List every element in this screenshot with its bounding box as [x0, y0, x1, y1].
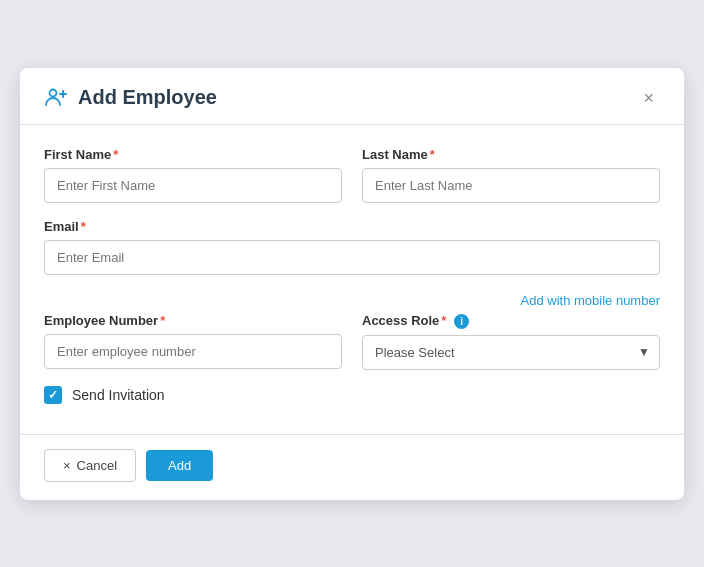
access-role-select[interactable]: Please Select Admin Manager Employee Vie… — [362, 335, 660, 370]
access-role-info-icon[interactable]: i — [454, 314, 469, 329]
employee-number-input[interactable] — [44, 334, 342, 369]
dialog-header: Add Employee × — [20, 68, 684, 125]
dialog-footer: × Cancel Add — [20, 434, 684, 500]
access-role-required: * — [441, 313, 446, 328]
close-button[interactable]: × — [637, 87, 660, 109]
email-input[interactable] — [44, 240, 660, 275]
employee-number-label: Employee Number* — [44, 313, 342, 328]
first-name-label: First Name* — [44, 147, 342, 162]
email-group: Email* — [44, 219, 660, 275]
name-row: First Name* Last Name* — [44, 147, 660, 203]
send-invitation-checkbox[interactable] — [44, 386, 62, 404]
employee-number-required: * — [160, 313, 165, 328]
last-name-label: Last Name* — [362, 147, 660, 162]
svg-point-0 — [50, 89, 57, 96]
dialog-title: Add Employee — [78, 86, 217, 109]
email-required: * — [81, 219, 86, 234]
cancel-label: Cancel — [77, 458, 117, 473]
access-role-group: Access Role* i Please Select Admin Manag… — [362, 313, 660, 370]
add-employee-icon — [44, 86, 68, 110]
send-invitation-row: Send Invitation — [44, 386, 660, 404]
send-invitation-label: Send Invitation — [72, 387, 165, 403]
title-group: Add Employee — [44, 86, 217, 110]
first-name-group: First Name* — [44, 147, 342, 203]
dialog-body: First Name* Last Name* Email* Add w — [20, 125, 684, 424]
first-name-required: * — [113, 147, 118, 162]
last-name-input[interactable] — [362, 168, 660, 203]
email-label: Email* — [44, 219, 660, 234]
add-button[interactable]: Add — [146, 450, 213, 481]
add-mobile-link-container: Add with mobile number — [44, 291, 660, 309]
add-mobile-link[interactable]: Add with mobile number — [521, 293, 660, 308]
employee-number-group: Employee Number* — [44, 313, 342, 370]
access-role-label: Access Role* i — [362, 313, 660, 329]
cancel-button[interactable]: × Cancel — [44, 449, 136, 482]
employee-access-row: Employee Number* Access Role* i Please S… — [44, 313, 660, 370]
last-name-required: * — [430, 147, 435, 162]
add-employee-dialog: Add Employee × First Name* Last Name* — [20, 68, 684, 500]
access-role-select-wrapper: Please Select Admin Manager Employee Vie… — [362, 335, 660, 370]
cancel-x-icon: × — [63, 458, 71, 473]
last-name-group: Last Name* — [362, 147, 660, 203]
email-row: Email* — [44, 219, 660, 275]
first-name-input[interactable] — [44, 168, 342, 203]
